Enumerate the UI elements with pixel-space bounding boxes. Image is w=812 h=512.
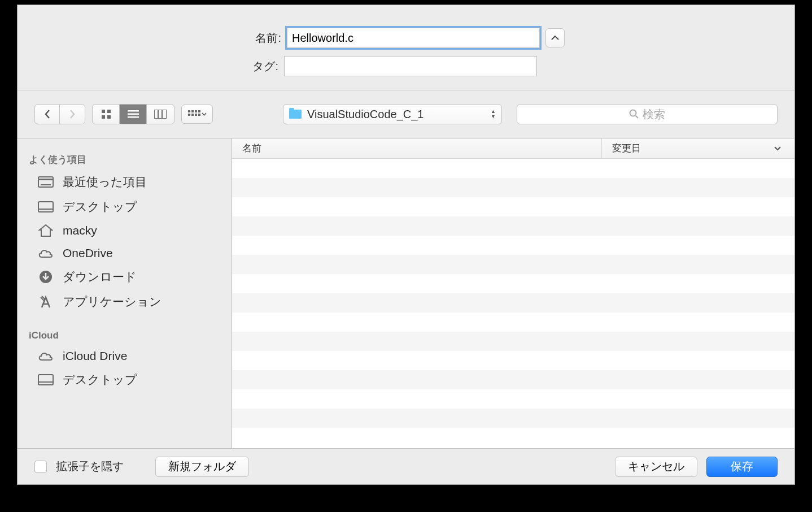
- svg-rect-4: [128, 110, 139, 112]
- sidebar-item-label: macky: [63, 224, 97, 237]
- sidebar-item-label: デスクトップ: [63, 199, 137, 215]
- svg-rect-3: [107, 115, 111, 119]
- list-view-button[interactable]: [120, 105, 147, 124]
- dialog-footer: 拡張子を隠す 新規フォルダ キャンセル 保存: [18, 448, 794, 484]
- svg-rect-1: [107, 110, 111, 113]
- svg-rect-16: [195, 114, 197, 116]
- file-row: [232, 389, 794, 409]
- svg-rect-23: [38, 202, 53, 212]
- sidebar-item-home[interactable]: macky: [18, 219, 232, 242]
- tags-label: タグ:: [245, 59, 278, 74]
- new-folder-button[interactable]: 新規フォルダ: [155, 457, 249, 477]
- filename-input[interactable]: [287, 28, 540, 48]
- svg-rect-20: [38, 179, 53, 187]
- sidebar-item-label: アプリケーション: [63, 294, 161, 310]
- sidebar-item-applications[interactable]: アプリケーション: [18, 289, 232, 314]
- svg-rect-14: [188, 114, 190, 116]
- column-header-date[interactable]: 変更日: [601, 138, 794, 158]
- arrange-button[interactable]: [181, 105, 213, 124]
- sidebar: よく使う項目 最近使った項目 デスクトップ macky: [18, 138, 232, 448]
- file-row: [232, 159, 794, 178]
- columns-icon: [154, 110, 167, 119]
- svg-rect-17: [198, 114, 200, 116]
- recents-icon: [37, 175, 55, 189]
- desktop-icon: [37, 200, 55, 214]
- file-row: [232, 409, 794, 428]
- chevron-left-icon: [45, 110, 50, 119]
- back-button[interactable]: [35, 105, 60, 124]
- arrange-icon: [188, 110, 200, 118]
- file-row: [232, 178, 794, 197]
- file-row: [232, 313, 794, 332]
- file-rows[interactable]: [232, 159, 794, 448]
- file-row: [232, 274, 794, 293]
- svg-rect-5: [128, 114, 139, 115]
- sidebar-section-icloud: iCloud: [18, 327, 232, 345]
- tags-row: タグ:: [18, 56, 794, 76]
- save-button[interactable]: 保存: [706, 457, 778, 477]
- sidebar-item-recents[interactable]: 最近使った項目: [18, 170, 232, 194]
- sidebar-item-label: OneDrive: [63, 246, 113, 260]
- sidebar-item-label: 最近使った項目: [63, 174, 147, 190]
- column-header-date-label: 変更日: [612, 142, 641, 155]
- svg-rect-15: [191, 114, 194, 116]
- sidebar-item-label: デスクトップ: [63, 372, 137, 388]
- chevron-up-icon: [551, 36, 559, 40]
- svg-rect-27: [38, 375, 53, 385]
- cloud-icon: [37, 246, 55, 260]
- grid-icon: [101, 109, 111, 119]
- column-view-button[interactable]: [147, 105, 174, 124]
- name-row: 名前:: [18, 28, 794, 48]
- search-icon: [629, 109, 639, 119]
- svg-rect-2: [102, 115, 105, 119]
- hide-extension-checkbox[interactable]: [34, 461, 47, 473]
- cancel-button[interactable]: キャンセル: [615, 457, 697, 477]
- nav-buttons: [34, 104, 85, 124]
- filename-section: 名前: タグ:: [18, 5, 794, 90]
- file-row: [232, 216, 794, 236]
- chevron-right-icon: [69, 110, 75, 119]
- svg-point-18: [630, 110, 636, 116]
- sidebar-item-downloads[interactable]: ダウンロード: [18, 264, 232, 289]
- file-row: [232, 332, 794, 351]
- browser-body: よく使う項目 最近使った項目 デスクトップ macky: [18, 138, 794, 448]
- expand-toggle-button[interactable]: [545, 28, 565, 47]
- file-row: [232, 236, 794, 255]
- applications-icon: [37, 295, 55, 309]
- search-input[interactable]: 検索: [517, 104, 778, 124]
- save-dialog: 名前: タグ:: [17, 5, 795, 485]
- updown-icon: ▲▼: [491, 109, 496, 119]
- view-mode-buttons: [92, 104, 174, 124]
- folder-path-label: VisualStudioCode_C_1: [307, 108, 485, 121]
- hide-extension-label: 拡張子を隠す: [56, 459, 124, 474]
- home-icon: [37, 224, 55, 237]
- icon-view-button[interactable]: [93, 105, 120, 124]
- chevron-down-icon: [202, 112, 207, 116]
- file-row: [232, 370, 794, 389]
- file-list-header: 名前 変更日: [232, 138, 794, 159]
- file-row: [232, 293, 794, 313]
- sidebar-item-icloud-desktop[interactable]: デスクトップ: [18, 367, 232, 392]
- file-row: [232, 351, 794, 370]
- svg-rect-13: [198, 110, 200, 112]
- cloud-icon: [37, 349, 55, 363]
- sidebar-item-onedrive[interactable]: OneDrive: [18, 242, 232, 264]
- file-row: [232, 197, 794, 216]
- chevron-down-icon: [774, 146, 781, 151]
- file-row: [232, 255, 794, 274]
- desktop-icon: [37, 373, 55, 387]
- svg-rect-6: [128, 116, 139, 118]
- svg-rect-21: [38, 177, 53, 180]
- folder-icon: [289, 110, 302, 119]
- sidebar-item-label: iCloud Drive: [63, 349, 127, 363]
- column-header-name[interactable]: 名前: [232, 142, 601, 155]
- downloads-icon: [37, 270, 55, 284]
- sidebar-item-desktop[interactable]: デスクトップ: [18, 194, 232, 219]
- sidebar-item-icloud-drive[interactable]: iCloud Drive: [18, 345, 232, 367]
- folder-path-selector[interactable]: VisualStudioCode_C_1 ▲▼: [283, 104, 502, 124]
- tags-input[interactable]: [284, 56, 537, 76]
- svg-rect-11: [191, 110, 194, 112]
- svg-rect-7: [154, 110, 167, 119]
- svg-rect-12: [195, 110, 197, 112]
- forward-button[interactable]: [60, 105, 85, 124]
